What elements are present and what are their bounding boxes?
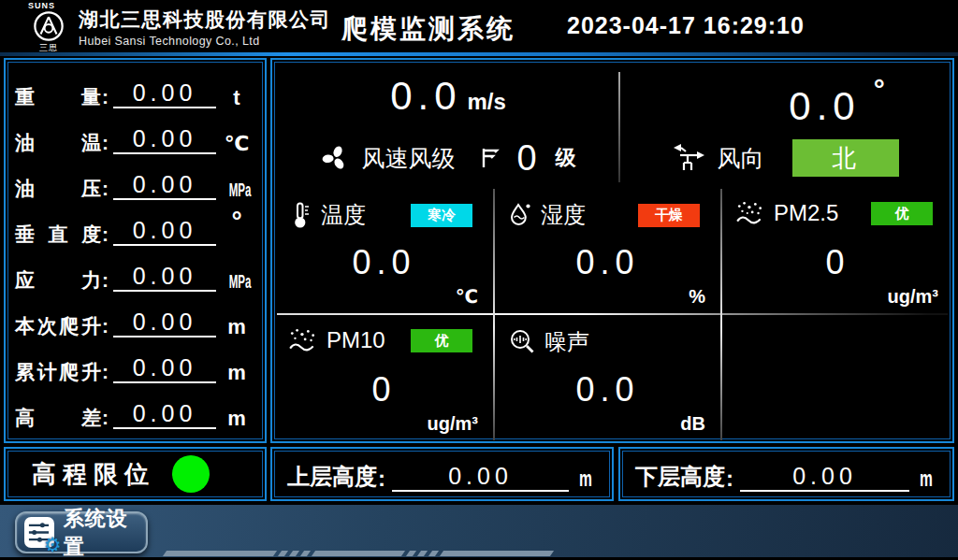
header-divider (0, 52, 958, 56)
sensor-head: PM2.5 优 (724, 189, 951, 226)
colon: : (726, 466, 733, 492)
elevation-limit-content: 高程限位 (6, 449, 265, 499)
sensor-head: 温度 寒冷 (277, 189, 491, 230)
row-unit: MPa (220, 179, 254, 200)
row-unit: t (220, 88, 254, 108)
lower-height-value: 0.00 (740, 463, 909, 492)
droplet-icon (508, 201, 532, 229)
sensor-label: 噪声 (544, 327, 589, 357)
elevation-limit-box: 高程限位 (4, 447, 267, 501)
row-weight: 重 量: 0.00 t (15, 67, 254, 113)
sensor-value: 0.0 (277, 243, 491, 282)
sensor-humidity: 湿度 干燥 0.0 % (497, 189, 718, 314)
row-unit: m (220, 363, 254, 383)
row-verticality: 垂直度: 0.00 ° (15, 205, 254, 251)
sensor-value: 0 (277, 370, 491, 409)
row-unit: ℃ (220, 134, 254, 154)
unit-text: MPa (229, 179, 252, 199)
row-unit: MPa (220, 271, 254, 292)
system-settings-label: 系统设置 (64, 505, 146, 560)
sensor-head: PM10 优 (277, 316, 491, 353)
lower-height-label: 下层高度 (635, 462, 725, 492)
sensor-unit: ug/m³ (888, 286, 938, 308)
row-value: 0.00 (113, 263, 216, 292)
row-value: 0.00 (113, 309, 216, 337)
row-label: 本次爬升 (15, 314, 101, 337)
environment-panel: 0.0m/s 风速风级 (270, 58, 954, 443)
upper-height-value: 0.00 (392, 463, 569, 492)
sensor-value: 0 (724, 243, 951, 282)
logo-suns-text: SUNS (22, 1, 75, 10)
row-oil-pressure: 油 压: 0.00 MPa (15, 159, 254, 205)
sensor-value: 0.0 (497, 243, 718, 282)
row-value: 0.00 (113, 171, 216, 200)
unit-text: ℃ (225, 132, 250, 155)
row-oil-temp: 油 温: 0.00 ℃ (15, 113, 254, 159)
wind-speed-section: 0.0m/s 风速风级 (277, 65, 619, 186)
colon: : (378, 466, 385, 492)
row-label: 高 差 (15, 406, 101, 429)
wind-level-flag-icon (479, 146, 500, 170)
sensor-value: 0.0 (497, 370, 718, 409)
row-height-diff: 高 差: 0.00 m (15, 388, 254, 434)
wind-direction-value-row: 0.0° (671, 74, 958, 129)
wind-direction-indicator: 北 (792, 139, 899, 177)
row-label: 累计爬升 (15, 360, 101, 383)
unit-text: t (233, 86, 240, 109)
status-badge: 干燥 (638, 204, 700, 227)
company-name-cn: 湖北三思科技股份有限公司 (79, 7, 331, 33)
sensor-unit: dB (680, 413, 705, 435)
row-current-climb: 本次爬升: 0.00 m (15, 296, 254, 342)
row-unit: m (220, 317, 254, 337)
upper-height-box: 上层高度: 0.00 m (270, 447, 614, 501)
row-label: 油 压 (15, 177, 101, 200)
sensor-unit: ℃ (456, 285, 478, 308)
wind-direction-value: 0.0 (789, 84, 860, 128)
row-label: 应 力 (15, 268, 101, 292)
sensor-pm25: PM2.5 优 0 ug/m³ (724, 189, 951, 314)
wind-speed-label: 风速风级 (361, 143, 455, 174)
sensor-label: PM10 (327, 327, 385, 353)
row-value: 0.00 (113, 125, 216, 154)
upper-height-unit: m (578, 466, 593, 492)
row-total-climb: 累计爬升: 0.00 m (15, 342, 254, 388)
elevation-limit-status-light (172, 455, 210, 493)
taskbar-decoration (165, 551, 552, 556)
wind-direction-label-row: 风向 北 (619, 136, 951, 180)
screen: SUNS 三思 湖北三思科技股份有限公司 Hubei Sansi Technol… (0, 0, 958, 560)
header: SUNS 三思 湖北三思科技股份有限公司 Hubei Sansi Technol… (0, 0, 958, 52)
wind-speed-unit: m/s (468, 89, 506, 114)
company-logo: SUNS 三思 (22, 1, 75, 54)
sensor-label: PM2.5 (774, 200, 838, 226)
lower-height-unit: m (919, 466, 934, 492)
row-value: 0.00 (113, 217, 216, 246)
colon: : (102, 269, 109, 292)
colon: : (102, 86, 109, 108)
row-unit: m (220, 409, 254, 429)
wind-speed-value: 0.0 (390, 74, 461, 118)
lower-height-row: 下层高度: 0.00 m (620, 462, 952, 492)
status-badge: 寒冷 (411, 204, 472, 227)
dust-icon (735, 200, 765, 226)
sansi-logo-icon (22, 10, 75, 42)
colon: : (102, 223, 109, 246)
sensor-label: 湿度 (541, 200, 586, 230)
sensor-noise: 噪声 0.0 dB (497, 316, 718, 441)
unit-text: m (227, 315, 246, 338)
datetime-display: 2023-04-17 16:29:10 (567, 12, 805, 39)
unit-text: m (227, 361, 246, 384)
sliders-icon: ⚙ (24, 517, 54, 548)
fan-icon (320, 143, 350, 173)
colon: : (102, 407, 109, 429)
wind-speed-value-row: 0.0m/s (277, 74, 619, 119)
status-badge: 优 (871, 202, 933, 225)
gear-icon: ⚙ (44, 534, 62, 556)
sensor-pm10: PM10 优 0 ug/m³ (277, 316, 491, 441)
row-value: 0.00 (113, 400, 216, 429)
sensor-head: 噪声 (497, 316, 718, 357)
sensor-unit: % (689, 286, 705, 308)
system-settings-button[interactable]: ⚙ 系统设置 (15, 511, 148, 553)
elevation-limit-label: 高程限位 (32, 458, 155, 491)
unit-text: MPa (229, 271, 252, 291)
sensor-col-divider-2 (720, 189, 722, 440)
